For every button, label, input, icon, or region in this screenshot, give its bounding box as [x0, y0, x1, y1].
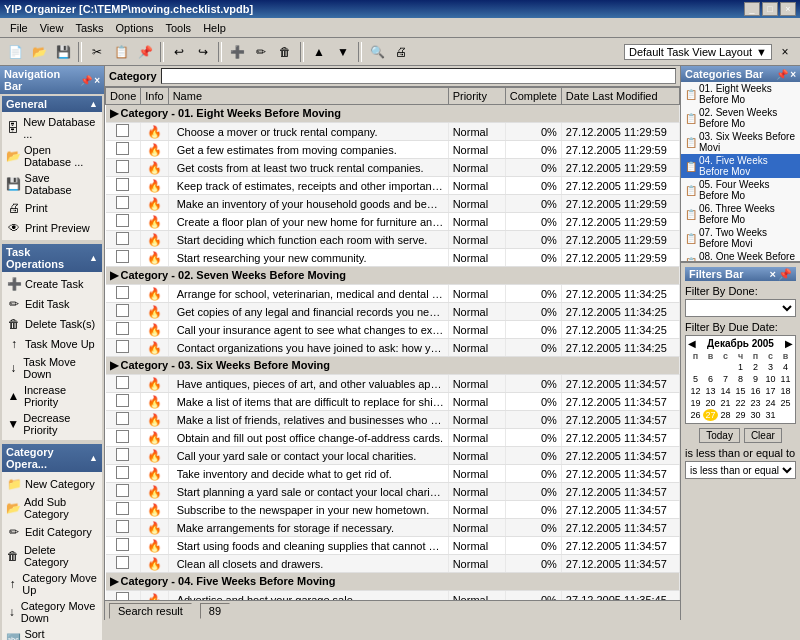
cal-day-3[interactable]: 3	[763, 361, 778, 373]
task-checkbox[interactable]	[116, 214, 129, 227]
col-complete[interactable]: Complete	[505, 88, 561, 105]
filter-done-dropdown[interactable]: Done Not Done	[685, 299, 796, 317]
list-item[interactable]: 🔥 Start planning a yard sale or contact …	[106, 483, 680, 501]
toolbar-paste[interactable]: 📌	[134, 41, 156, 63]
toolbar-print[interactable]: 🖨	[390, 41, 412, 63]
task-checkbox[interactable]	[116, 484, 129, 497]
task-checkbox[interactable]	[116, 286, 129, 299]
cal-day-11[interactable]: 11	[778, 373, 793, 385]
filters-close[interactable]: ×	[770, 268, 776, 280]
task-done-cell[interactable]	[106, 195, 141, 213]
cal-today-button[interactable]: Today	[699, 428, 740, 443]
nav-item-print[interactable]: 🖨 Print	[4, 198, 100, 218]
list-item[interactable]: 🔥 Have antiques, pieces of art, and othe…	[106, 375, 680, 393]
nav-item-new-db[interactable]: 🗄 New Database ...	[4, 114, 100, 142]
task-done-cell[interactable]	[106, 591, 141, 601]
task-checkbox[interactable]	[116, 538, 129, 551]
task-done-cell[interactable]	[106, 537, 141, 555]
cal-day-22[interactable]: 22	[733, 397, 748, 409]
nav-section-tasks-header[interactable]: Task Operations ▲	[2, 244, 102, 272]
toolbar-move-up[interactable]: ▲	[308, 41, 330, 63]
cal-day-19[interactable]: 19	[688, 397, 703, 409]
nav-item-category-down[interactable]: ↓ Category Move Down	[4, 598, 100, 626]
cal-day-16[interactable]: 16	[748, 385, 763, 397]
list-item[interactable]: 🔥 Make arrangements for storage if neces…	[106, 519, 680, 537]
cat-item-08[interactable]: 📋 08. One Week Before Movin	[681, 250, 800, 262]
cal-clear-button[interactable]: Clear	[744, 428, 782, 443]
task-checkbox[interactable]	[116, 466, 129, 479]
filter-condition-dropdown[interactable]: is less than or equal to is equal to is …	[685, 461, 796, 479]
col-priority[interactable]: Priority	[448, 88, 505, 105]
menu-options[interactable]: Options	[110, 20, 160, 36]
task-done-cell[interactable]	[106, 339, 141, 357]
cal-day-28[interactable]: 28	[718, 409, 733, 421]
cal-day-7[interactable]: 7	[718, 373, 733, 385]
cal-day-18[interactable]: 18	[778, 385, 793, 397]
nav-item-increase-priority[interactable]: ▲ Increase Priority	[4, 382, 100, 410]
task-done-cell[interactable]	[106, 321, 141, 339]
toolbar-open[interactable]: 📂	[28, 41, 50, 63]
nav-item-delete-category[interactable]: 🗑 Delete Category	[4, 542, 100, 570]
task-done-cell[interactable]	[106, 375, 141, 393]
col-name[interactable]: Name	[168, 88, 448, 105]
toolbar-undo[interactable]: ↩	[168, 41, 190, 63]
cal-day-1[interactable]: 1	[733, 361, 748, 373]
task-done-cell[interactable]	[106, 285, 141, 303]
task-done-cell[interactable]	[106, 465, 141, 483]
cal-day-13[interactable]: 13	[703, 385, 718, 397]
filters-pin[interactable]: 📌	[778, 268, 792, 281]
list-item[interactable]: 🔥 Create a floor plan of your new home f…	[106, 213, 680, 231]
col-done[interactable]: Done	[106, 88, 141, 105]
list-item[interactable]: 🔥 Subscribe to the newspaper in your new…	[106, 501, 680, 519]
list-item[interactable]: 🔥 Start using foods and cleaning supplie…	[106, 537, 680, 555]
nav-item-sort-categories[interactable]: 🔤 Sort Categories	[4, 626, 100, 640]
nav-item-task-down[interactable]: ↓ Task Move Down	[4, 354, 100, 382]
cal-day-10[interactable]: 10	[763, 373, 778, 385]
menu-help[interactable]: Help	[197, 20, 232, 36]
categories-bar-pin[interactable]: 📌	[776, 69, 788, 80]
task-done-cell[interactable]	[106, 249, 141, 267]
toolbar-filter[interactable]: 🔍	[366, 41, 388, 63]
nav-item-add-sub-category[interactable]: 📂 Add Sub Category	[4, 494, 100, 522]
cal-next-month[interactable]: ▶	[785, 338, 793, 349]
cal-day-6[interactable]: 6	[703, 373, 718, 385]
menu-view[interactable]: View	[34, 20, 70, 36]
toolbar-redo[interactable]: ↪	[192, 41, 214, 63]
toolbar-task-delete[interactable]: 🗑	[274, 41, 296, 63]
nav-section-categories-header[interactable]: Category Opera... ▲	[2, 444, 102, 472]
task-done-cell[interactable]	[106, 141, 141, 159]
task-done-cell[interactable]	[106, 123, 141, 141]
cal-day-8[interactable]: 8	[733, 373, 748, 385]
list-item[interactable]: 🔥 Clean all closets and drawers. Normal …	[106, 555, 680, 573]
toolbar-close-layout[interactable]: ×	[774, 41, 796, 63]
task-checkbox[interactable]	[116, 430, 129, 443]
cal-day-17[interactable]: 17	[763, 385, 778, 397]
cat-item-02[interactable]: 📋 02. Seven Weeks Before Mo	[681, 106, 800, 130]
nav-item-create-task[interactable]: ➕ Create Task	[4, 274, 100, 294]
task-done-cell[interactable]	[106, 159, 141, 177]
nav-panel-close[interactable]: ×	[94, 75, 100, 86]
task-checkbox[interactable]	[116, 322, 129, 335]
cal-day-21[interactable]: 21	[718, 397, 733, 409]
toolbar-move-down[interactable]: ▼	[332, 41, 354, 63]
col-info[interactable]: Info	[141, 88, 168, 105]
nav-item-new-category[interactable]: 📁 New Category	[4, 474, 100, 494]
nav-item-save-db[interactable]: 💾 Save Database	[4, 170, 100, 198]
col-date[interactable]: Date Last Modified	[561, 88, 679, 105]
nav-item-edit-category[interactable]: ✏ Edit Category	[4, 522, 100, 542]
cal-day-4[interactable]: 4	[778, 361, 793, 373]
nav-item-open-db[interactable]: 📂 Open Database ...	[4, 142, 100, 170]
nav-item-task-up[interactable]: ↑ Task Move Up	[4, 334, 100, 354]
list-item[interactable]: 🔥 Get a few estimates from moving compan…	[106, 141, 680, 159]
task-checkbox[interactable]	[116, 232, 129, 245]
task-checkbox[interactable]	[116, 196, 129, 209]
cat-item-06[interactable]: 📋 06. Three Weeks Before Mo	[681, 202, 800, 226]
center-header-input[interactable]	[161, 68, 676, 84]
nav-section-general-header[interactable]: General ▲	[2, 96, 102, 112]
layout-dropdown-icon[interactable]: ▼	[756, 46, 767, 58]
menu-file[interactable]: File	[4, 20, 34, 36]
task-checkbox[interactable]	[116, 556, 129, 569]
list-item[interactable]: 🔥 Start deciding which function each roo…	[106, 231, 680, 249]
toolbar-copy[interactable]: 📋	[110, 41, 132, 63]
cal-day-24[interactable]: 24	[763, 397, 778, 409]
